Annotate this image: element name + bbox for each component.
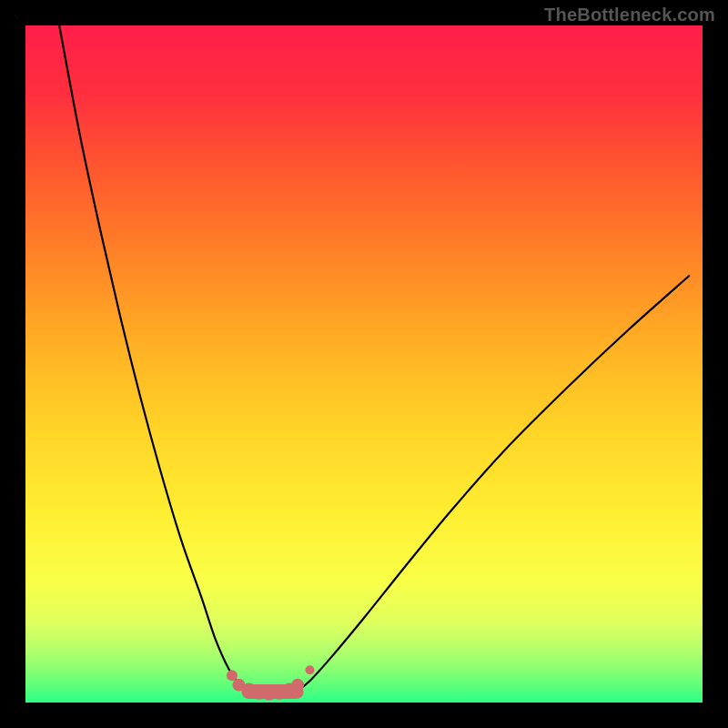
- watermark-text: TheBottleneck.com: [544, 5, 715, 25]
- valley-marker: [291, 679, 304, 692]
- valley-marker: [305, 665, 314, 674]
- valley-marker: [227, 670, 238, 681]
- curve-left-branch: [59, 25, 248, 692]
- chart-frame: TheBottleneck.com: [0, 0, 728, 728]
- chart-svg: [25, 25, 703, 703]
- plot-area: [25, 25, 703, 703]
- curve-right-branch: [297, 276, 690, 692]
